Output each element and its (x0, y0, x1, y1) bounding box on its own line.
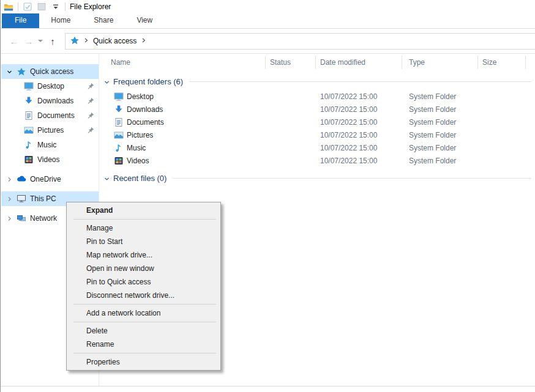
breadcrumb-chevron-icon (83, 37, 89, 45)
file-name: Videos (127, 157, 149, 165)
menu-item-open-in-new-window[interactable]: Open in new window (67, 262, 220, 275)
file-name: Documents (127, 118, 164, 127)
file-date-modified: 10/07/2022 15:00 (320, 105, 377, 114)
file-row-pictures[interactable]: Pictures 10/07/2022 15:00 System Folder (99, 129, 535, 142)
status-bar (1, 386, 535, 392)
column-separator[interactable] (525, 56, 526, 69)
column-separator[interactable] (477, 56, 478, 69)
group-header-frequent-folders[interactable]: Frequent folders (6) (103, 75, 531, 88)
menu-item-add-network-location[interactable]: Add a network location (67, 306, 220, 320)
downloads-icon (24, 96, 34, 106)
file-name: Pictures (127, 131, 153, 139)
navigation-toolbar: ← → ↑ Quick access (1, 29, 535, 54)
desktop-icon (24, 81, 34, 91)
ribbon-tab-bar: File Home Share View (1, 13, 535, 29)
file-type: System Folder (409, 105, 456, 114)
menu-item-disconnect-network-drive[interactable]: Disconnect network drive... (67, 289, 220, 302)
tab-file[interactable]: File (2, 13, 39, 28)
sidebar-item-quick-access[interactable]: Quick access (1, 64, 99, 79)
sidebar-item-label: Documents (37, 111, 75, 120)
sidebar-item-label: Network (30, 214, 57, 223)
qat-new-folder-icon[interactable] (37, 2, 47, 12)
column-separator[interactable] (402, 56, 402, 69)
menu-item-expand[interactable]: Expand (67, 204, 220, 217)
sidebar-item-videos[interactable]: Videos (1, 152, 99, 167)
chevron-down-icon[interactable] (103, 175, 110, 182)
breadcrumb[interactable]: Quick access (93, 37, 137, 45)
sidebar-item-label: Pictures (37, 126, 64, 135)
file-type: System Folder (409, 157, 456, 165)
tab-share[interactable]: Share (82, 13, 125, 28)
tab-home[interactable]: Home (39, 13, 82, 28)
documents-icon (114, 117, 124, 127)
pictures-icon (24, 125, 34, 135)
column-header-type[interactable]: Type (409, 58, 425, 67)
file-type: System Folder (409, 92, 456, 101)
group-header-rule (189, 81, 531, 82)
quick-access-star-icon (70, 36, 79, 46)
menu-separator (73, 322, 216, 322)
file-name: Downloads (127, 105, 163, 114)
file-date-modified: 10/07/2022 15:00 (320, 144, 377, 152)
column-header-status[interactable]: Status (270, 58, 291, 67)
column-header-size[interactable]: Size (482, 58, 496, 67)
videos-icon (24, 155, 34, 165)
forward-icon[interactable]: → (21, 37, 36, 46)
sidebar-item-label: Downloads (37, 97, 73, 105)
sidebar-item-downloads[interactable]: Downloads (1, 94, 99, 108)
menu-item-properties[interactable]: Properties (67, 355, 220, 369)
file-row-desktop[interactable]: Desktop 10/07/2022 15:00 System Folder (99, 91, 535, 103)
sidebar-item-documents[interactable]: Documents (1, 108, 99, 123)
file-row-music[interactable]: Music 10/07/2022 15:00 System Folder (99, 142, 535, 155)
sidebar-item-label: Videos (37, 155, 59, 164)
qat-customize-caret-icon[interactable] (51, 2, 61, 12)
pin-icon (87, 97, 94, 105)
file-type: System Folder (409, 144, 456, 152)
sidebar-item-label: Desktop (37, 82, 64, 91)
chevron-down-icon[interactable] (6, 68, 13, 75)
sidebar-item-desktop[interactable]: Desktop (1, 79, 99, 94)
sidebar-item-onedrive[interactable]: OneDrive (1, 172, 99, 187)
tab-view[interactable]: View (125, 13, 164, 28)
menu-item-pin-to-start[interactable]: Pin to Start (67, 235, 220, 248)
title-bar: File Explorer (1, 0, 535, 13)
sidebar-item-pictures[interactable]: Pictures (1, 123, 99, 138)
up-icon[interactable]: ↑ (45, 37, 61, 46)
chevron-right-icon[interactable] (6, 215, 13, 222)
pin-icon (87, 112, 94, 119)
back-icon[interactable]: ← (7, 37, 21, 46)
nav-history-caret-icon[interactable] (36, 40, 45, 42)
column-header-date-modified[interactable]: Date modified (320, 58, 365, 67)
menu-separator (73, 219, 216, 220)
file-row-downloads[interactable]: Downloads 10/07/2022 15:00 System Folder (99, 103, 535, 116)
address-bar[interactable]: Quick access (65, 33, 535, 50)
network-icon (17, 213, 26, 223)
file-type: System Folder (409, 131, 456, 139)
column-separator[interactable] (265, 56, 266, 69)
breadcrumb-chevron-icon[interactable] (141, 37, 146, 45)
column-separator[interactable] (315, 56, 316, 69)
titlebar-separator (18, 2, 18, 11)
file-explorer-window: File Explorer File Home Share View ← → ↑… (0, 0, 535, 392)
sidebar-item-music[interactable]: Music (1, 138, 99, 152)
menu-item-manage[interactable]: Manage (67, 221, 220, 235)
qat-properties-icon[interactable] (23, 2, 32, 12)
column-header-name[interactable]: Name (111, 58, 130, 67)
menu-item-pin-to-quick-access[interactable]: Pin to Quick access (67, 275, 220, 289)
group-header-recent-files[interactable]: Recent files (0) (103, 171, 531, 185)
menu-separator (73, 304, 216, 305)
chevron-right-icon[interactable] (6, 176, 13, 183)
file-row-documents[interactable]: Documents 10/07/2022 15:00 System Folder (99, 116, 535, 129)
menu-item-map-network-drive[interactable]: Map network drive... (67, 248, 220, 262)
sidebar-item-label: Quick access (30, 67, 73, 76)
menu-item-rename[interactable]: Rename (67, 338, 220, 351)
pictures-icon (114, 130, 124, 140)
file-type: System Folder (409, 118, 456, 127)
chevron-down-icon[interactable] (103, 78, 110, 85)
downloads-icon (114, 105, 124, 114)
group-header-rule (173, 178, 531, 179)
menu-item-delete[interactable]: Delete (67, 324, 220, 338)
chevron-right-icon[interactable] (6, 196, 13, 202)
pin-icon (87, 83, 94, 90)
file-row-videos[interactable]: Videos 10/07/2022 15:00 System Folder (99, 155, 535, 168)
